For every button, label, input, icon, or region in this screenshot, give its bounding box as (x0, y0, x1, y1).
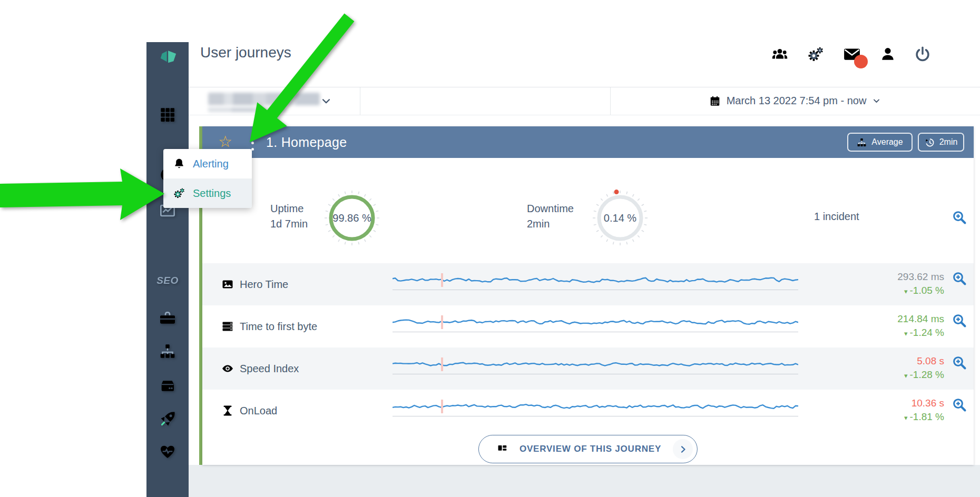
zoom-in-icon (952, 210, 967, 225)
notification-badge (854, 55, 868, 68)
down-trend-icon: ▾ (904, 414, 908, 422)
metric-values: 293.62 ms▾-1.05 % (897, 270, 944, 299)
briefcase-icon (159, 310, 176, 326)
interval-label: 2min (939, 137, 958, 147)
menu-item-alerting[interactable]: Alerting (163, 149, 252, 178)
sparkline-chart (393, 305, 798, 347)
menu-item-settings[interactable]: Settings (163, 178, 252, 208)
sitemap-icon (857, 137, 867, 147)
metric-zoom-button[interactable] (952, 313, 967, 329)
downtime-gauge: 0.14 % (589, 186, 652, 250)
downtime-percent: 0.14 % (589, 186, 652, 250)
incident-marker (441, 273, 443, 287)
calendar-icon (709, 95, 721, 107)
uptime-percent: 99.86 % (320, 186, 384, 250)
uptime-label: Uptime1d 7min (270, 201, 308, 232)
power-icon (914, 46, 931, 63)
zoom-in-icon (952, 355, 967, 371)
chevron-right-icon (678, 444, 688, 454)
gears-icon (807, 45, 825, 63)
date-range-picker[interactable]: March 13 2022 7:54 pm - now (610, 87, 980, 115)
journey-panel-header: ☆ 1. Homepage Average 2min (202, 126, 974, 158)
image-icon (221, 278, 234, 291)
zoom-in-icon (952, 397, 967, 413)
down-trend-icon: ▾ (904, 372, 908, 380)
metric-label: Speed Index (240, 347, 299, 390)
team-button[interactable] (771, 45, 789, 63)
account-selector-redacted-line2 (208, 107, 286, 112)
arrow-to-kebab-menu (250, 14, 354, 143)
sidebar-item-servers[interactable] (146, 377, 189, 394)
logout-button[interactable] (914, 46, 931, 63)
sidebar-item-user-journeys[interactable] (146, 410, 189, 428)
sidebar-item-toolbox[interactable] (146, 310, 189, 326)
metric-values: 214.84 ms▾-1.24 % (897, 312, 944, 341)
overview-journey-label: OVERVIEW OF THIS JOURNEY (520, 444, 661, 454)
summary-zoom-button[interactable] (952, 210, 967, 225)
chevron-down-icon (872, 96, 881, 105)
metric-row-onload: OnLoad 10.36 s▾-1.81 % (202, 390, 974, 432)
metric-label: OnLoad (240, 390, 277, 432)
menu-item-label: Alerting (193, 158, 229, 170)
incident-marker (441, 315, 443, 329)
messages-button[interactable] (842, 45, 861, 63)
metric-zoom-button[interactable] (952, 355, 967, 371)
server-stack-icon (221, 320, 234, 333)
toolbar-divider (360, 87, 360, 115)
sidebar-item-seo[interactable]: SEO (146, 275, 189, 286)
zoom-in-icon (952, 271, 967, 286)
favorite-star-icon[interactable]: ☆ (218, 133, 232, 151)
sidebar-item-dashboards[interactable] (146, 106, 189, 123)
kebab-dropdown-menu: Alerting Settings (163, 149, 252, 208)
date-range-label: March 13 2022 7:54 pm - now (727, 95, 867, 107)
admin-settings-button[interactable] (807, 45, 825, 63)
zoom-in-icon (952, 313, 967, 329)
page-background (189, 465, 980, 497)
incident-count: 1 incident (814, 211, 859, 223)
average-label: Average (871, 137, 903, 147)
overview-journey-button[interactable]: OVERVIEW OF THIS JOURNEY (478, 435, 698, 463)
apps-grid-icon (159, 106, 176, 123)
account-selector-chevron[interactable] (320, 95, 332, 107)
rocket-icon (159, 410, 177, 428)
bell-icon (173, 157, 185, 170)
menu-item-label: Settings (193, 187, 231, 200)
users-icon (771, 45, 789, 63)
metric-label: Hero Time (240, 263, 288, 305)
metric-values: 10.36 s▾-1.81 % (904, 396, 944, 425)
journey-panel: ☆ 1. Homepage Average 2min Uptime1d 7min… (202, 126, 974, 465)
app-window: SEO User journeys March 13 2022 7:54 pm … (0, 0, 980, 497)
chevron-down-icon (320, 95, 332, 107)
incident-marker (441, 400, 443, 413)
uptime-gauge: 99.86 % (320, 186, 384, 250)
metric-zoom-button[interactable] (952, 271, 967, 286)
eye-icon (221, 362, 234, 375)
journey-title: 1. Homepage (266, 126, 347, 158)
sparkline-chart (393, 347, 798, 390)
sidebar-item-health[interactable] (146, 443, 189, 460)
metric-values: 5.08 s▾-1.28 % (904, 354, 944, 383)
interval-button[interactable]: 2min (918, 133, 964, 152)
header-icon-bar (771, 45, 931, 63)
chevron-right-circle (673, 439, 693, 459)
metric-row-ttfb: Time to first byte 214.84 ms▾-1.24 % (202, 305, 974, 347)
account-button[interactable] (879, 46, 896, 63)
down-trend-icon: ▾ (904, 330, 908, 337)
metric-row-speed-index: Speed Index 5.08 s▾-1.28 % (202, 347, 974, 390)
brand-logo-icon[interactable] (156, 48, 179, 66)
arrow-to-settings-item (0, 168, 164, 220)
sidebar-item-sitemap[interactable] (146, 343, 189, 360)
sparkline-chart (393, 263, 798, 305)
sidebar: SEO (146, 42, 189, 497)
downtime-label: Downtime2min (527, 201, 574, 232)
sparkline-chart (393, 390, 798, 432)
hourglass-icon (221, 404, 234, 417)
toolbar-bottom-border (189, 115, 980, 115)
page-title: User journeys (200, 44, 291, 61)
account-selector-redacted[interactable] (208, 93, 320, 105)
metric-zoom-button[interactable] (952, 397, 967, 413)
metric-label: Time to first byte (240, 305, 317, 347)
server-icon (159, 377, 176, 394)
average-toggle-button[interactable]: Average (847, 133, 913, 152)
history-clock-icon (925, 137, 935, 147)
